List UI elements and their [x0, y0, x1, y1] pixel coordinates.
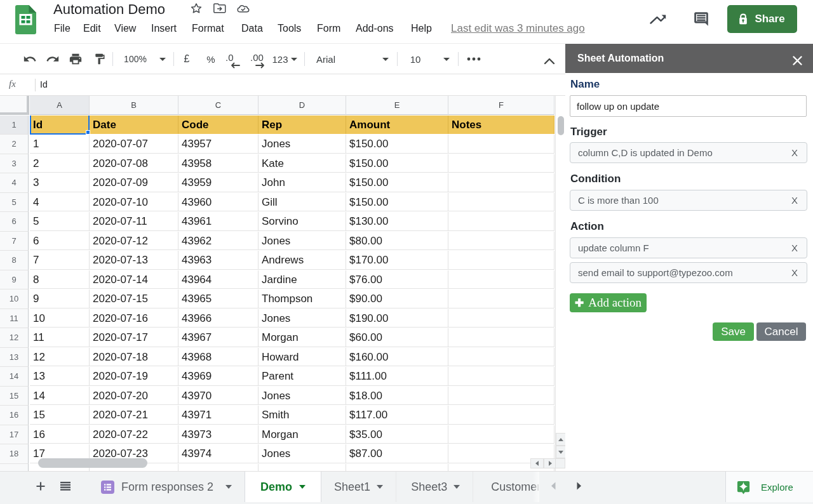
cell-E3[interactable]: $150.00 [346, 154, 448, 173]
save-button[interactable]: Save [713, 322, 754, 341]
undo-icon[interactable] [23, 44, 37, 74]
tabs-scroll-left-icon[interactable] [551, 481, 556, 493]
cell-A5[interactable]: 4 [30, 193, 90, 212]
row-header-9[interactable]: 9 [0, 270, 29, 290]
action-item-2[interactable]: send email to support@typezoo.com X [570, 262, 807, 283]
cell-A17[interactable]: 16 [30, 425, 90, 444]
cell-C10[interactable]: 43965 [178, 289, 259, 308]
row-header-15[interactable]: 15 [0, 387, 29, 406]
more-formats-button[interactable]: 123 [271, 44, 290, 74]
row-header-14[interactable]: 14 [0, 367, 29, 387]
column-header-B[interactable]: B [90, 96, 178, 115]
cell-E18[interactable]: $87.00 [346, 444, 448, 463]
sheet-tab-sheet1[interactable]: Sheet1 [321, 472, 396, 502]
sheet-tab-caret-icon[interactable] [299, 485, 306, 489]
column-header-F[interactable]: F [448, 96, 554, 115]
cell-F1[interactable]: Notes [448, 116, 554, 135]
cell-D13[interactable]: Howard [259, 348, 346, 367]
cell-F4[interactable] [448, 173, 554, 192]
cell-E6[interactable]: $130.00 [346, 212, 448, 231]
increase-decimal-button[interactable]: .00 [249, 44, 271, 74]
cell-D16[interactable]: Smith [259, 406, 346, 425]
cell-E19[interactable] [346, 464, 448, 472]
menu-help[interactable]: Help [411, 23, 432, 34]
cell-C8[interactable]: 43963 [178, 251, 259, 270]
cell-A11[interactable]: 10 [30, 309, 90, 328]
star-icon[interactable] [190, 2, 203, 15]
cell-E15[interactable]: $18.00 [346, 387, 448, 406]
cell-A9[interactable]: 8 [30, 270, 90, 289]
menu-add-ons[interactable]: Add-ons [356, 23, 394, 34]
cell-D2[interactable]: Jones [259, 135, 346, 154]
sheet-tab-caret-icon[interactable] [377, 485, 383, 489]
cell-D1[interactable]: Rep [259, 116, 346, 135]
sheet-tab-form-responses-2[interactable]: Form responses 2 [89, 472, 245, 502]
cell-A3[interactable]: 2 [30, 154, 90, 173]
row-header-16[interactable]: 16 [0, 406, 29, 425]
document-title[interactable]: Automation Demo [53, 1, 165, 18]
cloud-saved-icon[interactable] [237, 2, 250, 15]
cell-F6[interactable] [448, 212, 554, 231]
cell-C3[interactable]: 43958 [178, 154, 259, 173]
sheet-tab-customers[interactable]: Customers [473, 472, 539, 502]
cell-B3[interactable]: 2020-07-08 [90, 154, 178, 173]
comment-icon[interactable] [692, 10, 710, 28]
move-folder-icon[interactable] [213, 2, 226, 15]
cell-D18[interactable]: Jones [259, 444, 346, 463]
cell-F9[interactable] [448, 270, 554, 289]
cell-C6[interactable]: 43961 [178, 212, 259, 231]
cell-D14[interactable]: Parent [259, 367, 346, 386]
cell-B8[interactable]: 2020-07-13 [90, 251, 178, 270]
cell-F15[interactable] [448, 387, 554, 406]
cell-A6[interactable]: 5 [30, 212, 90, 231]
condition-item[interactable]: C is more than 100 X [570, 190, 807, 211]
row-header-6[interactable]: 6 [0, 212, 29, 232]
cell-D3[interactable]: Kate [259, 154, 346, 173]
cell-D9[interactable]: Jardine [259, 270, 346, 289]
row-header-10[interactable]: 10 [0, 289, 29, 309]
cell-C4[interactable]: 43959 [178, 173, 259, 192]
cell-E12[interactable]: $60.00 [346, 328, 448, 347]
remove-trigger-button[interactable]: X [791, 147, 798, 158]
cell-B12[interactable]: 2020-07-17 [90, 328, 178, 347]
cell-E17[interactable]: $35.00 [346, 425, 448, 444]
menu-edit[interactable]: Edit [83, 23, 101, 34]
format-currency-button[interactable]: £ [181, 44, 192, 74]
cell-D19[interactable] [259, 464, 346, 472]
sheet-tab-sheet3[interactable]: Sheet3 [396, 472, 473, 502]
cell-A1[interactable]: Id [30, 116, 90, 135]
cell-F2[interactable] [448, 135, 554, 154]
cell-C9[interactable]: 43964 [178, 270, 259, 289]
trend-chart-icon[interactable] [649, 10, 667, 28]
cell-A7[interactable]: 6 [30, 232, 90, 251]
zoom-select[interactable]: 100% [121, 44, 150, 74]
cell-D4[interactable]: John [259, 173, 346, 192]
row-header-2[interactable]: 2 [0, 135, 29, 154]
row-header-3[interactable]: 3 [0, 154, 29, 174]
cell-F12[interactable] [448, 328, 554, 347]
cell-F5[interactable] [448, 193, 554, 212]
cell-E16[interactable]: $117.00 [346, 406, 448, 425]
cell-B7[interactable]: 2020-07-12 [90, 232, 178, 251]
cell-B2[interactable]: 2020-07-07 [90, 135, 178, 154]
cell-D10[interactable]: Thompson [259, 289, 346, 308]
cell-D12[interactable]: Morgan [259, 328, 346, 347]
cell-E8[interactable]: $170.00 [346, 251, 448, 270]
row-header-1[interactable]: 1 [0, 116, 29, 135]
cell-C13[interactable]: 43968 [178, 348, 259, 367]
cell-F3[interactable] [448, 154, 554, 173]
cell-E5[interactable]: $150.00 [346, 193, 448, 212]
add-sheet-button[interactable] [35, 481, 46, 492]
cell-E4[interactable]: $150.00 [346, 173, 448, 192]
select-all-corner[interactable] [0, 96, 29, 115]
more-toolbar-button[interactable] [466, 44, 482, 74]
cell-C18[interactable]: 43974 [178, 444, 259, 463]
cell-B15[interactable]: 2020-07-20 [90, 387, 178, 406]
row-header-19[interactable] [0, 464, 29, 472]
cell-F16[interactable] [448, 406, 554, 425]
name-input[interactable]: follow up on update [570, 95, 807, 117]
decrease-decimal-button[interactable]: .0 [224, 44, 243, 74]
column-header-D[interactable]: D [259, 96, 346, 115]
cell-E13[interactable]: $160.00 [346, 348, 448, 367]
cell-C2[interactable]: 43957 [178, 135, 259, 154]
